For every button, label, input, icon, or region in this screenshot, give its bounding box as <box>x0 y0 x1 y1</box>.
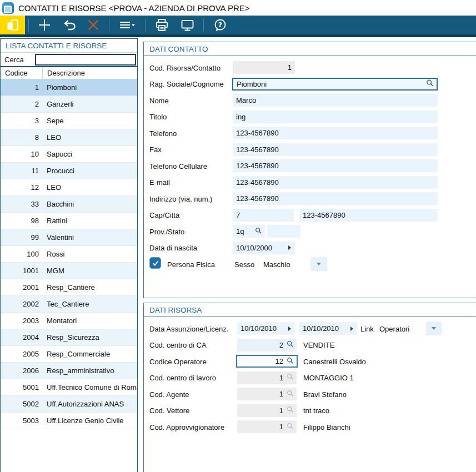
contact-code-field: 1 <box>233 61 295 74</box>
undo-button[interactable] <box>57 16 81 34</box>
lookup-icon[interactable] <box>255 227 262 236</box>
list-item-description: Uff.Tecnico Comune di Roma <box>43 383 137 391</box>
state-input[interactable] <box>267 225 300 238</box>
search-input[interactable] <box>35 54 136 66</box>
first-name-input[interactable]: Marco <box>233 94 438 107</box>
list-item-code: 2001 <box>1 283 43 292</box>
monitor-button[interactable] <box>174 16 200 34</box>
column-header-code[interactable]: Codice <box>1 67 43 79</box>
lookup-icon[interactable] <box>287 357 294 366</box>
cap-value: 7 <box>236 211 240 219</box>
field-label: Indirizzo (via, num.) <box>149 194 212 203</box>
list-item[interactable]: 8LEO <box>1 129 137 146</box>
list-item[interactable]: 2005Resp_Commerciale <box>1 346 137 363</box>
lookup-icon[interactable] <box>287 340 294 349</box>
list-item-description: Resp_Cantiere <box>43 283 137 292</box>
lookup-icon <box>287 390 294 399</box>
date-picker-icon[interactable] <box>288 327 291 331</box>
column-header-description[interactable]: Descrizione <box>43 67 137 79</box>
list-item-description: Procucci <box>43 167 137 175</box>
field-label: Cap/Città <box>149 211 179 219</box>
carrier-code-input: 1 <box>237 404 297 417</box>
list-item[interactable]: 11Procucci <box>1 163 137 179</box>
date-picker-icon[interactable] <box>350 327 353 331</box>
list-item[interactable]: 1Piomboni <box>1 79 137 96</box>
list-item[interactable]: 100Rossi <box>1 246 137 263</box>
field-label: Fax <box>149 145 162 154</box>
title-bar: CONTATTI E RISORSE <PROVA - AZIENDA DI P… <box>0 0 476 16</box>
ca-center-value: 2 <box>279 341 283 349</box>
contact-list: 1Piomboni2Ganzerli3Sepe8LEO10Sapucci11Pr… <box>1 79 137 429</box>
list-item-description: Bacchini <box>43 200 137 208</box>
list-item[interactable]: 10Sapucci <box>1 146 137 163</box>
carrier-code-value: 1 <box>279 406 283 415</box>
list-item[interactable]: 1001MGM <box>1 263 137 279</box>
list-item[interactable]: 12LEO <box>1 179 137 196</box>
list-item-description: Sepe <box>43 117 137 125</box>
lookup-icon <box>287 406 294 415</box>
list-item[interactable]: 5001Uff.Tecnico Comune di Roma <box>1 379 137 396</box>
hire-date-input[interactable]: 10/10/2010 <box>237 322 295 335</box>
agent-code-value: 1 <box>279 390 283 398</box>
address-value: 123-4567890 <box>236 194 279 203</box>
list-item[interactable]: 2006Resp_amministrativo <box>1 363 137 379</box>
list-item-code: 1 <box>1 83 43 92</box>
add-button[interactable] <box>32 16 57 34</box>
contact-card-icon <box>6 18 20 32</box>
menu-button[interactable] <box>113 16 142 34</box>
contact-card-button[interactable] <box>0 16 25 34</box>
birth-date-input[interactable]: 10/10/2000 <box>233 242 295 254</box>
list-item[interactable]: 2002Tec_Cantiere <box>1 296 137 313</box>
list-item[interactable]: 5003Uff.Licenze Genio Civile <box>1 413 137 429</box>
sesso-label: Sesso <box>234 260 254 268</box>
work-center-input: 1 <box>237 371 297 384</box>
operator-code-input[interactable]: 12 <box>236 355 298 368</box>
email-value: 123-4567890 <box>236 178 279 187</box>
list-item-code: 100 <box>1 250 43 258</box>
list-item[interactable]: 2004Resp_Sicurezza <box>1 329 137 346</box>
delete-button[interactable] <box>81 16 106 34</box>
list-item[interactable]: 3Sepe <box>1 113 137 129</box>
help-button[interactable]: ? <box>207 16 233 34</box>
title-input[interactable]: ing <box>233 111 438 123</box>
list-item-description: Ganzerli <box>43 100 137 108</box>
list-item[interactable]: 2Ganzerli <box>1 96 137 113</box>
fax-input[interactable]: 123-4567890 <box>233 143 438 156</box>
termination-date-input[interactable]: 10/10/2010 <box>299 322 357 335</box>
print-button[interactable] <box>149 16 174 34</box>
list-item-code: 8 <box>1 133 43 142</box>
list-item-code: 10 <box>1 150 43 158</box>
phone-input[interactable]: 123-4567890 <box>233 127 438 139</box>
list-item[interactable]: 2003Montatori <box>1 313 137 329</box>
toolbar-separator <box>109 18 109 32</box>
lookup-icon[interactable] <box>426 79 434 89</box>
date-picker-icon[interactable] <box>288 245 291 250</box>
buyer-code-input: 1 <box>237 420 297 433</box>
list-item-description: Resp_Commerciale <box>43 350 137 358</box>
print-icon <box>154 18 169 33</box>
ca-center-input[interactable]: 2 <box>237 339 297 352</box>
list-item[interactable]: 33Bacchini <box>1 196 137 213</box>
link-dropdown[interactable] <box>426 322 442 335</box>
list-item[interactable]: 99Valentini <box>1 229 137 246</box>
list-item[interactable]: 2001Resp_Cantiere <box>1 279 137 296</box>
persona-fisica-checkbox[interactable] <box>149 257 161 269</box>
list-item[interactable]: 98Rattini <box>1 213 137 229</box>
address-input[interactable]: 123-4567890 <box>233 192 438 205</box>
mobile-value: 123-4567890 <box>236 162 279 170</box>
mobile-input[interactable]: 123-4567890 <box>233 159 438 172</box>
city-value: 123-4567890 <box>303 211 345 219</box>
list-item[interactable]: 5002Uff.Autorizzazioni ANAS <box>1 396 137 413</box>
sesso-dropdown[interactable] <box>310 257 327 271</box>
cap-input[interactable]: 7 <box>233 209 294 222</box>
field-label: Cod. Vettore <box>149 406 189 415</box>
email-input[interactable]: 123-4567890 <box>233 176 438 189</box>
field-label: Cod. centro di lavoro <box>149 374 216 382</box>
city-input[interactable]: 123-4567890 <box>299 209 438 222</box>
sidebar-title: LISTA CONTATTI E RISORSE <box>1 39 137 53</box>
field-label: Cod. Approvvigionatore <box>149 423 224 431</box>
operator-code-value: 12 <box>275 357 283 365</box>
company-name-input[interactable]: Piomboni <box>232 78 438 91</box>
province-input[interactable]: 1q <box>233 225 265 238</box>
province-value: 1q <box>236 227 244 235</box>
